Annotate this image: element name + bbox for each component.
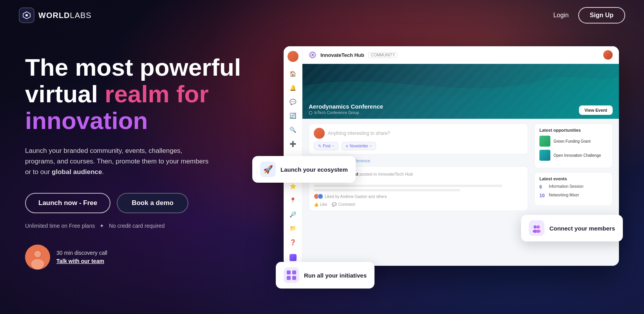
- svg-point-10: [534, 225, 537, 229]
- post-box-header: Anything interesting to share?: [314, 128, 523, 139]
- footnote-cc: No credit card required: [109, 223, 165, 229]
- hero-section: The most powerful virtual realm for inno…: [0, 31, 644, 301]
- headline-line2-white: virtual: [25, 80, 105, 107]
- sidebar-home-icon[interactable]: 🏠: [289, 70, 297, 78]
- navbar: WORLDLABS Login Sign Up: [0, 0, 644, 31]
- brand-name-bold: WORLD: [38, 11, 70, 20]
- subtext-bold: global audience: [52, 168, 102, 176]
- launch-button[interactable]: Launch now - Free: [25, 193, 110, 213]
- liked-avatar-2: [318, 194, 323, 199]
- hero-subtext: Launch your branded community, events, c…: [25, 145, 221, 178]
- sidebar-avatar: [288, 51, 298, 62]
- float-card-connect: Connect your members: [521, 215, 623, 241]
- events-panel: Latest events 6 Information Session 10 N…: [534, 172, 613, 206]
- event-1: 6 Information Session: [539, 184, 608, 190]
- opp2-thumb: [539, 150, 550, 161]
- svg-point-8: [312, 54, 314, 56]
- liked-avatars: [314, 194, 323, 199]
- opportunity-1: Green Funding Grant: [539, 136, 608, 147]
- launch-card-text: Launch your ecosystem: [280, 166, 348, 173]
- svg-point-1: [25, 14, 28, 16]
- like-icon: 👍: [314, 202, 318, 207]
- event-2: 10 Networking Mixer: [539, 193, 608, 198]
- hero-team: 30 min discovery call Talk with our team: [25, 245, 244, 270]
- event2-date: 10: [539, 193, 546, 198]
- float-card-launch: 🚀 Launch your ecosystem: [252, 156, 356, 183]
- opportunities-panel: Latest opportunities Green Funding Grant…: [534, 123, 613, 168]
- app-banner: Aerodynamics Conference InTech Conferenc…: [302, 64, 619, 119]
- sidebar-folder-icon[interactable]: 📁: [289, 224, 297, 232]
- svg-point-6: [31, 259, 44, 269]
- sidebar-chat-icon[interactable]: 💬: [289, 98, 297, 106]
- sidebar-bell-icon[interactable]: 🔔: [289, 84, 297, 92]
- svg-rect-15: [292, 270, 296, 274]
- team-link[interactable]: Talk with our team: [56, 257, 107, 265]
- demo-button[interactable]: Book a demo: [117, 193, 188, 213]
- opp1-name: Green Funding Grant: [554, 139, 591, 143]
- comment-icon: 💬: [332, 202, 336, 207]
- connect-card-text: Connect your members: [549, 225, 615, 232]
- sidebar-star-icon[interactable]: ⭐: [289, 182, 297, 190]
- svg-point-5: [34, 250, 41, 258]
- team-text: 30 min discovery call Talk with our team: [56, 249, 107, 265]
- run-card-icon: [284, 267, 299, 283]
- headline-line2-pink: realm for: [105, 80, 208, 107]
- hero-footnote: Unlimited time on Free plans ✦ No credit…: [25, 223, 244, 229]
- app-hub-name: InnovateTech Hub: [320, 52, 364, 58]
- logo-icon: [19, 7, 34, 23]
- banner-sub: InTech Conference Group: [309, 111, 383, 115]
- app-topbar: InnovateTech Hub COMMUNITY: [302, 46, 619, 64]
- subtext-line3: or to our: [25, 168, 50, 176]
- login-link[interactable]: Login: [553, 12, 568, 19]
- post-compose-box: Anything interesting to share? ✎ Post ▾ …: [309, 123, 528, 154]
- svg-rect-17: [292, 276, 296, 280]
- launch-card-icon: 🚀: [260, 162, 276, 177]
- view-event-button[interactable]: View Event: [579, 105, 613, 115]
- sidebar-plus-icon[interactable]: ➕: [289, 140, 297, 148]
- headline-line3: innovation: [25, 107, 148, 134]
- svg-point-11: [537, 225, 540, 229]
- events-title: Latest events: [539, 176, 608, 181]
- signup-button[interactable]: Sign Up: [578, 7, 625, 24]
- app-content: Anything interesting to share? ✎ Post ▾ …: [302, 119, 619, 266]
- brand-name-light: LABS: [70, 11, 92, 20]
- liked-text: Liked by Andrew Gaston and others: [325, 194, 387, 199]
- sidebar-search-icon[interactable]: 🔍: [289, 126, 297, 134]
- post-icon: ✎: [318, 144, 321, 148]
- hero-buttons: Launch now - Free Book a demo: [25, 193, 244, 213]
- subtext-end: .: [102, 168, 104, 176]
- app-hub-logo: [309, 51, 317, 59]
- app-mockup: 🏠 🔔 💬 🔄 🔍 ➕ ⚙ 📅 ⭐ 📍 🔎 📁 ❓: [252, 46, 619, 301]
- newsletter-icon: ≡: [346, 144, 348, 148]
- banner-info: Aerodynamics Conference InTech Conferenc…: [309, 103, 383, 115]
- newsletter-button[interactable]: ≡ Newsletter ▾: [342, 142, 376, 150]
- subtext-line1: Launch your branded community, events, c…: [25, 147, 182, 154]
- opportunities-title: Latest opportunities: [539, 128, 608, 132]
- sidebar-refresh-icon[interactable]: 🔄: [289, 112, 297, 120]
- post-button[interactable]: ✎ Post ▾: [314, 142, 338, 150]
- post-actions: ✎ Post ▾ ≡ Newsletter ▾: [314, 142, 523, 150]
- event2-name: Networking Mixer: [549, 193, 579, 197]
- sidebar-zoom-icon[interactable]: 🔎: [289, 211, 297, 218]
- sidebar-location-icon[interactable]: 📍: [289, 196, 297, 204]
- logo-text: WORLDLABS: [38, 11, 92, 20]
- subtext-line2: programs, and courses. Then, promote the…: [25, 158, 208, 165]
- post-line-1: [314, 185, 502, 187]
- footnote-plans: Unlimited time on Free plans: [25, 223, 95, 229]
- app-feed: Anything interesting to share? ✎ Post ▾ …: [309, 123, 528, 261]
- event1-name: Information Session: [549, 184, 583, 189]
- post-placeholder[interactable]: Anything interesting to share?: [328, 131, 390, 136]
- float-card-run: Run all your initiatives: [276, 262, 374, 289]
- svg-point-13: [536, 230, 541, 233]
- like-action[interactable]: 👍 Like: [314, 202, 327, 207]
- comment-action[interactable]: 💬 Comment: [332, 202, 355, 207]
- liked-by: Liked by Andrew Gaston and others: [314, 194, 523, 199]
- event1-date: 6: [539, 184, 546, 190]
- opp1-thumb: [539, 136, 550, 147]
- connect-card-icon: [529, 220, 545, 236]
- team-avatar: [25, 245, 50, 270]
- post-compose-avatar: [314, 128, 325, 139]
- sidebar-help-icon[interactable]: ❓: [289, 238, 297, 246]
- feed-post-footer: 👍 Like 💬 Comment: [314, 202, 523, 207]
- banner-title: Aerodynamics Conference: [309, 103, 383, 110]
